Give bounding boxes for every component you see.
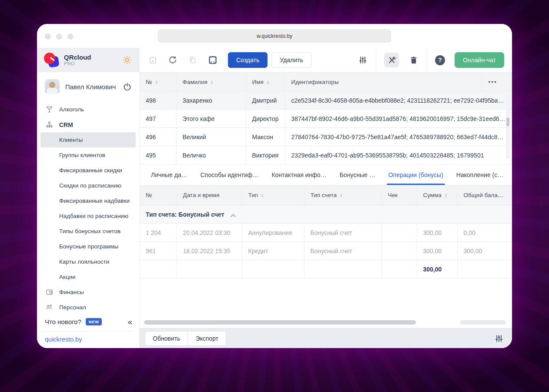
table-row[interactable]: 496 Великий Максон 27840764-7830-47b0-97…: [140, 128, 512, 146]
cell-firstname[interactable]: Дмитрий: [246, 91, 285, 110]
cell-balance[interactable]: 300,00: [457, 242, 512, 260]
desktop-background: w.quickresto.by QRcloud PRO: [0, 0, 549, 392]
table-settings-sliders-icon[interactable]: [494, 333, 504, 344]
cell-num[interactable]: 497: [140, 110, 176, 128]
column-header-lastname[interactable]: Фамилия▲▼: [176, 73, 246, 91]
window-controls[interactable]: [45, 34, 74, 40]
cell-amount[interactable]: 300,00: [417, 242, 457, 260]
online-chat-button[interactable]: Онлайн-чат: [455, 52, 504, 68]
cell-num[interactable]: 495: [140, 146, 176, 164]
cell-type[interactable]: Кредит: [242, 242, 304, 260]
scrollbar-thumb[interactable]: [144, 320, 416, 325]
column-header-account-type[interactable]: Тип счета▲▼: [304, 185, 382, 205]
table-row[interactable]: 961 18.02.2022 15:35 Кредит Бонусный сче…: [140, 242, 512, 260]
table-row[interactable]: 495 Величко Виктория 2329eda3-eaf0-4701-…: [140, 146, 512, 164]
tools-icon[interactable]: [384, 53, 399, 67]
column-header-balance[interactable]: Общий баланс▲▼: [457, 185, 512, 205]
cell-lastname[interactable]: Захаренко: [176, 91, 246, 110]
whats-new-link[interactable]: Что нового? NEW «: [45, 318, 132, 326]
sidebar-item-fixed-surcharges[interactable]: Фиксированные надбавки: [37, 193, 139, 208]
theme-toggle-sun-icon[interactable]: [122, 55, 132, 65]
cell-identifiers[interactable]: 2329eda3-eaf0-4701-ab95-53695538795b; 40…: [285, 146, 512, 164]
sidebar-item-finance[interactable]: Финансы: [37, 285, 139, 300]
window-dot[interactable]: [45, 34, 51, 40]
cell-amount[interactable]: 300,00: [417, 224, 457, 242]
create-button[interactable]: Создать: [228, 52, 268, 68]
sort-icon: ▲▼: [155, 80, 157, 84]
sidebar-item-bonus-programs[interactable]: Бонусные программы: [37, 239, 139, 254]
tab-identification-methods[interactable]: Способы идентиф…: [201, 164, 259, 185]
delete-button[interactable]: Удалить: [271, 52, 311, 68]
cell-account-type[interactable]: Бонусный счет: [304, 224, 382, 242]
collapse-sidebar-icon[interactable]: «: [127, 318, 132, 326]
sidebar-item-client-groups[interactable]: Группы клиентов: [37, 147, 139, 163]
sidebar-item-promos[interactable]: Акции: [37, 269, 139, 285]
table-row[interactable]: 497 Этого кафе Директор 387447bf-8902-46…: [140, 110, 512, 128]
cell-receipt[interactable]: [382, 224, 417, 242]
tab-contact-info[interactable]: Контактная инфо…: [271, 164, 326, 185]
cell-receipt[interactable]: [382, 242, 417, 260]
logout-power-icon[interactable]: [122, 81, 132, 92]
sidebar-item-clients[interactable]: Клиенты: [40, 132, 136, 147]
user-profile[interactable]: Павел Климович: [37, 72, 139, 98]
column-header-identifiers[interactable]: Идентификаторы: [285, 73, 482, 91]
tab-accumulation[interactable]: Накопление (с…: [456, 164, 503, 185]
column-header-datetime[interactable]: Дата и время: [177, 185, 242, 205]
tab-bonus[interactable]: Бонусные …: [340, 164, 375, 185]
sidebar-item-scheduled-discounts[interactable]: Скидки по расписанию: [37, 178, 139, 193]
column-header-amount[interactable]: Сумма▲▼: [417, 185, 457, 205]
columns-menu-button[interactable]: •••: [482, 73, 512, 91]
cell-account-type[interactable]: Бонусный счет: [304, 242, 382, 260]
column-header-firstname[interactable]: Имя▲▼: [246, 73, 285, 91]
cell-firstname[interactable]: Виктория: [246, 146, 285, 164]
cell-lastname[interactable]: Величко: [176, 146, 246, 164]
cell-type[interactable]: Аннулирование: [242, 224, 304, 242]
table-row[interactable]: 498 Захаренко Дмитрий c2e5234f-8c30-4658…: [140, 91, 512, 110]
cell-firstname[interactable]: Максон: [246, 128, 285, 146]
trash-icon[interactable]: [408, 55, 419, 65]
chevron-up-icon[interactable]: [230, 214, 236, 218]
group-label[interactable]: Тип счета: Бонусный счет: [140, 205, 512, 224]
column-header-num[interactable]: №: [140, 185, 177, 205]
help-icon[interactable]: ?: [435, 55, 445, 65]
refresh-button[interactable]: Обновить: [145, 331, 188, 346]
column-header-num[interactable]: №▲▼: [140, 73, 176, 91]
cell-lastname[interactable]: Этого кафе: [176, 110, 246, 128]
cell-firstname[interactable]: Директор: [246, 110, 285, 128]
column-header-receipt[interactable]: Чек: [382, 185, 417, 205]
cell-datetime[interactable]: 18.02.2022 15:35: [177, 242, 242, 260]
vertical-scrollbar[interactable]: [506, 94, 510, 159]
cell-identifiers[interactable]: c2e5234f-8c30-4658-805a-e4bbebf088e2; 42…: [285, 91, 512, 110]
sidebar-item-loyalty-cards[interactable]: Карты лояльности: [37, 254, 139, 269]
tab-personal-data[interactable]: Личные да…: [151, 164, 187, 185]
site-link[interactable]: quickresto.by: [45, 336, 132, 343]
sidebar-item-alcohol[interactable]: Алкоголь: [37, 102, 139, 117]
sidebar-item-crm[interactable]: CRM: [37, 117, 139, 132]
table-row[interactable]: 1 204 20.04.2022 03:30 Аннулирование Бон…: [140, 224, 512, 242]
cell-num[interactable]: 496: [140, 128, 176, 146]
window-dot[interactable]: [56, 34, 62, 40]
sidebar-item-bonus-account-types[interactable]: Типы бонусных счетов: [37, 224, 139, 239]
cell-datetime[interactable]: 20.04.2022 03:30: [177, 224, 242, 242]
column-header-type[interactable]: Тип▲▼: [242, 185, 304, 205]
cell-identifiers[interactable]: 27840764-7830-47b0-9725-75e81a47ae5f; 47…: [285, 128, 512, 146]
cell-num[interactable]: 1 204: [140, 224, 177, 242]
export-button[interactable]: Экспорт: [188, 331, 226, 346]
cell-lastname[interactable]: Великий: [176, 128, 246, 146]
sidebar-item-scheduled-surcharges[interactable]: Надбавки по расписанию: [37, 208, 139, 224]
cell-identifiers[interactable]: 387447bf-8902-46d6-a9b0-55d391ad5876; 48…: [285, 110, 512, 128]
sliders-icon[interactable]: [358, 55, 368, 65]
refresh-icon[interactable]: [167, 55, 178, 65]
cell-num[interactable]: 498: [140, 91, 176, 110]
window-dot[interactable]: [67, 34, 74, 40]
sidebar-item-staff[interactable]: Персонал: [37, 300, 139, 315]
horizontal-scrollbar[interactable]: [140, 320, 512, 325]
address-bar[interactable]: w.quickresto.by: [158, 29, 392, 43]
kiosk-icon[interactable]: [208, 55, 218, 65]
tab-operations-bonuses[interactable]: Операции (бонусы): [388, 164, 443, 185]
scrollbar-thumb[interactable]: [506, 117, 509, 126]
group-row[interactable]: Тип счета: Бонусный счет: [140, 205, 512, 224]
cell-balance[interactable]: 0,00: [457, 224, 512, 242]
sidebar-item-fixed-discounts[interactable]: Фиксированные скидки: [37, 163, 139, 178]
cell-num[interactable]: 961: [140, 242, 177, 260]
